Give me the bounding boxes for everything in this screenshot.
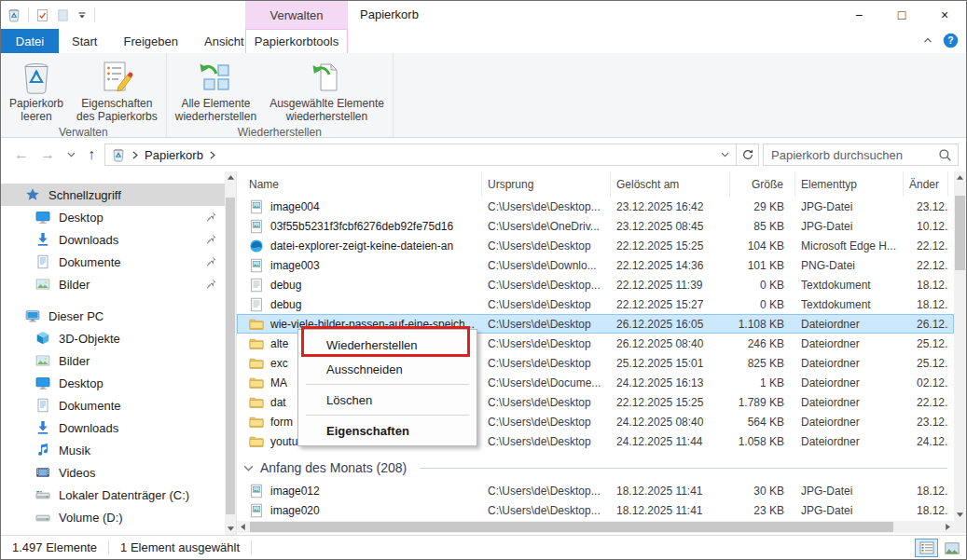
- size-cell: 1.058 KB: [730, 435, 795, 448]
- scrollbar-thumb[interactable]: [955, 196, 965, 270]
- sidebar-item-schnellzugriff[interactable]: Schnellzugriff: [1, 184, 236, 206]
- menu-item-ausschneiden[interactable]: Ausschneiden: [298, 357, 477, 381]
- qat-document-icon[interactable]: [56, 8, 70, 22]
- main-area: SchnellzugriffDesktopDownloadsDokumenteB…: [1, 171, 966, 535]
- maximize-button[interactable]: □: [880, 1, 923, 29]
- breadcrumb-item-papierkorb[interactable]: Papierkorb: [145, 148, 203, 162]
- scroll-down-icon[interactable]: [954, 509, 966, 521]
- scroll-left-icon[interactable]: [237, 521, 249, 533]
- edge-icon: [249, 239, 264, 253]
- file-row-image020[interactable]: image020 C:\Users\de\Desktop... 18.12.20…: [237, 500, 954, 520]
- help-icon[interactable]: ?: [943, 33, 959, 48]
- file-row-debug[interactable]: debug C:\Users\de\Desktop 22.12.2025 15:…: [237, 294, 954, 314]
- column-header--nder[interactable]: Änder: [904, 171, 948, 197]
- tab-papierkorbtools[interactable]: Papierkorbtools: [245, 29, 348, 53]
- minimize-button[interactable]: −: [837, 1, 880, 29]
- view-toggles: [915, 539, 963, 557]
- this-pc-icon: [25, 308, 40, 323]
- breadcrumb-chevron-icon[interactable]: [208, 150, 217, 160]
- modified-date-cell: 10.12.2: [904, 220, 948, 233]
- scroll-down-icon[interactable]: [225, 523, 236, 535]
- address-dropdown-chevron-icon[interactable]: [720, 150, 730, 159]
- menu-item-löschen[interactable]: Löschen: [298, 388, 477, 412]
- size-cell: 564 KB: [730, 416, 795, 429]
- nav-cluster: ← → ↑: [1, 147, 104, 162]
- sidebar-item-bilder[interactable]: Bilder: [1, 349, 236, 372]
- details-view-button[interactable]: [915, 539, 938, 557]
- file-row-debug[interactable]: debug C:\Users\de\Desktop... 22.12.2025 …: [237, 275, 954, 294]
- image-file-icon: [249, 503, 264, 518]
- recycle-bin-properties-icon: [98, 58, 135, 97]
- qat-customize-dropdown-icon[interactable]: [76, 9, 88, 20]
- tab-freigeben[interactable]: Freigeben: [110, 29, 191, 53]
- sidebar-item-bilder[interactable]: Bilder: [1, 273, 236, 295]
- sidebar-item-lokaler-datentr-ger-c-[interactable]: Lokaler Datenträger (C:): [1, 484, 236, 506]
- sidebar-item-dokumente[interactable]: Dokumente: [1, 394, 236, 417]
- ribbon-tabs: DateiStartFreigebenAnsichtPapierkorbtool…: [1, 29, 966, 53]
- scroll-up-icon[interactable]: [954, 171, 966, 184]
- breadcrumb[interactable]: Papierkorb: [104, 143, 737, 166]
- search-icon[interactable]: [938, 148, 952, 162]
- scroll-up-icon[interactable]: [225, 171, 236, 184]
- sidebar-item-downloads[interactable]: Downloads: [1, 417, 236, 439]
- type-cell: Dateiordner: [795, 416, 904, 429]
- scrollbar-thumb[interactable]: [226, 198, 235, 514]
- music-icon: [35, 443, 50, 458]
- close-button[interactable]: ×: [923, 1, 966, 29]
- annotation-red-box: [301, 326, 470, 357]
- scrollbar-thumb[interactable]: [250, 522, 893, 532]
- breadcrumb-chevron-icon[interactable]: [131, 150, 140, 160]
- sidebar-scrollbar[interactable]: [225, 171, 236, 535]
- column-header-gr-e[interactable]: Größe: [730, 171, 795, 197]
- origin-cell: C:\Users\de\Desktop: [482, 318, 611, 331]
- sidebar-item-dieser-pc[interactable]: Dieser PC: [1, 305, 236, 327]
- file-row-image012[interactable]: image012 C:\Users\de\Desktop... 18.12.20…: [237, 481, 954, 500]
- back-icon[interactable]: ←: [14, 147, 29, 162]
- modified-date-cell: 23.12.2: [904, 200, 948, 213]
- tab-start[interactable]: Start: [59, 29, 110, 53]
- collapse-ribbon-chevron-icon[interactable]: [922, 35, 933, 46]
- tab-datei[interactable]: Datei: [1, 29, 59, 53]
- search-input[interactable]: [764, 144, 958, 165]
- column-header-gel-scht-am[interactable]: Gelöscht am: [611, 171, 730, 197]
- desktop-icon: [35, 210, 50, 225]
- papierkorb-leeren-button[interactable]: Papierkorbleeren: [3, 56, 70, 125]
- status-bar: 1.497 Elemente 1 Element ausgewählt: [1, 535, 966, 559]
- file-row-03f55b5231f3fcbf6276deb92fe75d16[interactable]: 03f55b5231f3fcbf6276deb92fe75d16 C:\User…: [237, 216, 954, 236]
- file-row-image004[interactable]: image004 C:\Users\de\Desktop... 23.12.20…: [237, 197, 954, 216]
- group-header[interactable]: Anfang des Monats (208): [242, 458, 947, 478]
- forward-icon[interactable]: →: [40, 147, 55, 162]
- text-file-icon: [249, 297, 264, 312]
- desktop-icon: [35, 376, 50, 390]
- scroll-right-icon[interactable]: [942, 521, 954, 533]
- menu-item-eigenschaften[interactable]: Eigenschaften: [298, 418, 477, 443]
- file-row-datei-explorer-zeigt-keine-dateien-an[interactable]: datei-explorer-zeigt-keine-dateien-an C:…: [237, 236, 954, 255]
- group-collapse-chevron-icon[interactable]: [242, 462, 255, 474]
- thumbnails-view-button[interactable]: [940, 539, 963, 557]
- file-row-image003[interactable]: image003 C:\Users\de\Downlo... 22.12.202…: [237, 255, 954, 275]
- sidebar-item-desktop[interactable]: Desktop: [1, 372, 236, 394]
- filelist-horizontal-scrollbar[interactable]: [237, 521, 954, 533]
- sidebar-item-downloads[interactable]: Downloads: [1, 228, 236, 251]
- sidebar-item-desktop[interactable]: Desktop: [1, 206, 236, 228]
- eigenschaften-des-papierkorbs-button[interactable]: Eigenschaftendes Papierkorbs: [70, 56, 164, 125]
- sidebar-item-volume-d-[interactable]: Volume (D:): [1, 506, 236, 528]
- deleted-date-cell: 22.12.2025 11:39: [611, 279, 730, 292]
- qat-check-icon[interactable]: [35, 8, 49, 22]
- column-header-elementtyp[interactable]: Elementtyp: [795, 171, 904, 197]
- refresh-button[interactable]: [737, 143, 759, 166]
- alle-elemente-wiederherstellen-button[interactable]: Alle Elementewiederherstellen: [169, 56, 263, 125]
- column-header-ursprung[interactable]: Ursprung: [482, 171, 611, 197]
- column-header-name[interactable]: Name: [249, 171, 482, 197]
- sidebar-item-videos[interactable]: Videos: [1, 461, 236, 484]
- sidebar-item-musik[interactable]: Musik: [1, 439, 236, 461]
- filelist-vertical-scrollbar[interactable]: [954, 171, 966, 521]
- recent-locations-chevron-icon[interactable]: [66, 150, 76, 159]
- sidebar-item-3d-objekte[interactable]: 3D-Objekte: [1, 327, 236, 349]
- ausgew-hlte-elemente-wiederherstellen-button[interactable]: Ausgewählte Elementewiederherstellen: [263, 56, 391, 125]
- sidebar-item-dokumente[interactable]: Dokumente: [1, 251, 236, 273]
- up-icon[interactable]: ↑: [88, 147, 95, 162]
- sidebar-item-volume-e-[interactable]: Volume (E:): [1, 528, 236, 535]
- deleted-date-cell: 22.12.2025 14:36: [611, 259, 730, 272]
- drive-icon: [35, 510, 50, 525]
